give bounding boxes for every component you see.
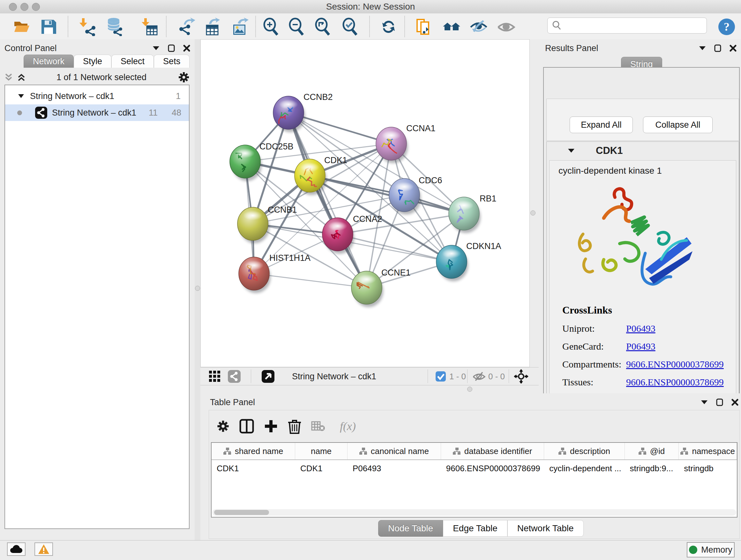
function-builder-icon[interactable]: f(x) xyxy=(333,418,362,435)
detach-view-icon[interactable] xyxy=(261,370,275,383)
import-database-icon[interactable] xyxy=(105,17,124,36)
tab-edge-table[interactable]: Edge Table xyxy=(443,520,508,537)
add-column-icon[interactable] xyxy=(263,418,279,435)
column-header-name[interactable]: name xyxy=(295,443,347,459)
delete-table-icon[interactable] xyxy=(310,418,327,435)
network-graph[interactable]: CCNB2CCNA1CDC25BCDK1CDC6RB1CCNB1CCNA2CDK… xyxy=(201,40,529,367)
zoom-fit-icon[interactable] xyxy=(314,17,332,36)
expand-all-button[interactable]: Expand All xyxy=(569,117,633,133)
collapse-all-button[interactable]: Collapse All xyxy=(643,117,713,133)
toolbar-separator xyxy=(251,369,251,383)
import-table-icon[interactable] xyxy=(140,17,158,36)
refresh-icon[interactable] xyxy=(380,17,398,36)
export-network-icon[interactable] xyxy=(178,17,196,36)
table-cell[interactable]: CDK1 xyxy=(212,460,295,477)
splitter-handle[interactable] xyxy=(530,210,536,215)
float-panel-icon[interactable] xyxy=(714,44,721,52)
network-view-title: String Network – cdk1 xyxy=(292,370,376,383)
toolbar-separator xyxy=(509,369,509,383)
zoom-selected-icon[interactable] xyxy=(341,17,360,36)
hidden-eye-icon[interactable] xyxy=(472,370,486,383)
network-share-view-icon[interactable] xyxy=(227,370,241,383)
column-header-namespace[interactable]: namespace xyxy=(679,443,737,459)
network-node-count: 11 xyxy=(149,108,158,118)
save-session-icon[interactable] xyxy=(39,17,58,36)
table-cell[interactable]: P06493 xyxy=(347,460,441,477)
hide-selected-icon[interactable] xyxy=(469,17,488,36)
zoom-window-icon[interactable] xyxy=(32,3,40,11)
zoom-out-icon[interactable] xyxy=(287,17,306,36)
panel-splitter[interactable] xyxy=(530,39,542,385)
network-collection-row[interactable]: String Network – cdk1 1 xyxy=(5,88,189,105)
float-panel-icon[interactable] xyxy=(716,398,723,406)
first-neighbors-icon[interactable] xyxy=(442,17,461,36)
close-panel-icon[interactable] xyxy=(731,399,738,406)
column-header-database-identifier[interactable]: database identifier xyxy=(441,443,544,459)
panel-menu-icon[interactable] xyxy=(152,46,159,51)
splitter-handle[interactable] xyxy=(195,286,200,291)
show-all-icon[interactable] xyxy=(497,17,515,36)
gear-icon[interactable] xyxy=(178,71,190,84)
tab-node-table[interactable]: Node Table xyxy=(378,520,443,537)
float-panel-icon[interactable] xyxy=(168,44,175,52)
warning-button[interactable] xyxy=(35,543,53,556)
export-table-icon[interactable] xyxy=(204,17,222,36)
column-header--id[interactable]: @id xyxy=(625,443,679,459)
crosslink-link[interactable]: P06493 xyxy=(626,341,656,352)
table-cell[interactable]: CDK1 xyxy=(295,460,347,477)
crosslink-link[interactable]: P06493 xyxy=(626,323,656,334)
crosslink-link[interactable]: 9606.ENSP00000378699 xyxy=(626,377,724,388)
grid-view-icon[interactable] xyxy=(208,370,221,383)
gene-description: cyclin-dependent kinase 1 xyxy=(558,166,662,176)
open-session-icon[interactable] xyxy=(12,17,31,36)
table-cell[interactable]: 9606.ENSP00000378699 xyxy=(441,460,544,477)
tab-network[interactable]: Network xyxy=(23,55,74,68)
crosslink-link[interactable]: 9606.ENSP00000378699 xyxy=(626,359,724,370)
network-canvas[interactable]: CCNB2CCNA1CDC25BCDK1CDC6RB1CCNB1CCNA2CDK… xyxy=(200,39,530,367)
close-panel-icon[interactable] xyxy=(730,45,737,52)
zoom-in-icon[interactable] xyxy=(262,17,280,36)
column-header-shared-name[interactable]: shared name xyxy=(212,443,295,459)
panel-menu-icon[interactable] xyxy=(701,400,708,405)
memory-button[interactable]: Memory xyxy=(687,542,735,557)
minimize-window-icon[interactable] xyxy=(20,3,28,11)
cloud-button[interactable] xyxy=(7,543,25,556)
column-header-description[interactable]: description xyxy=(544,443,624,459)
close-panel-icon[interactable] xyxy=(183,45,190,52)
import-network-icon[interactable] xyxy=(77,17,96,36)
collapse-row-icon[interactable] xyxy=(18,94,24,98)
selected-checkbox-icon[interactable] xyxy=(435,370,446,383)
svg-text:CDC25B: CDC25B xyxy=(259,142,293,151)
export-image-icon[interactable] xyxy=(231,17,249,36)
search-input[interactable] xyxy=(565,20,706,31)
tab-select[interactable]: Select xyxy=(111,55,154,68)
collapse-tree-icon[interactable] xyxy=(17,73,25,81)
panel-splitter[interactable] xyxy=(195,39,200,540)
close-window-icon[interactable] xyxy=(9,3,17,11)
table-row[interactable]: CDK1CDK1P064939606.ENSP00000378699cyclin… xyxy=(212,460,737,477)
expand-tree-icon[interactable] xyxy=(4,73,13,81)
delete-column-icon[interactable] xyxy=(286,418,303,435)
svg-text:CCNE1: CCNE1 xyxy=(381,268,411,277)
splitter-handle[interactable] xyxy=(467,387,472,392)
tab-sets[interactable]: Sets xyxy=(154,55,190,68)
panel-menu-icon[interactable] xyxy=(699,46,706,51)
table-header-row: shared namenamecanonical namedatabase id… xyxy=(212,443,737,460)
toolbar-separator xyxy=(166,16,166,37)
horizontal-scrollbar[interactable] xyxy=(212,509,736,516)
gene-section-header[interactable]: CDK1 xyxy=(547,142,739,160)
tab-network-table[interactable]: Network Table xyxy=(508,520,584,537)
table-cell[interactable]: stringdb xyxy=(679,460,737,477)
help-icon[interactable]: ? xyxy=(718,17,736,36)
scrollbar-thumb[interactable] xyxy=(214,510,269,515)
show-columns-icon[interactable] xyxy=(239,418,255,435)
table-cell[interactable]: stringdb:9... xyxy=(625,460,679,477)
show-annotations-icon[interactable] xyxy=(414,17,433,36)
column-header-canonical-name[interactable]: canonical name xyxy=(347,443,441,459)
network-row-selected[interactable]: String Network – cdk1 11 48 xyxy=(5,105,189,121)
collapse-section-icon[interactable] xyxy=(568,148,575,153)
tab-style[interactable]: Style xyxy=(74,55,111,68)
pan-crosshair-icon[interactable] xyxy=(514,370,529,383)
table-settings-gear-icon[interactable] xyxy=(215,418,231,435)
table-cell[interactable]: cyclin-dependent ... xyxy=(544,460,624,477)
